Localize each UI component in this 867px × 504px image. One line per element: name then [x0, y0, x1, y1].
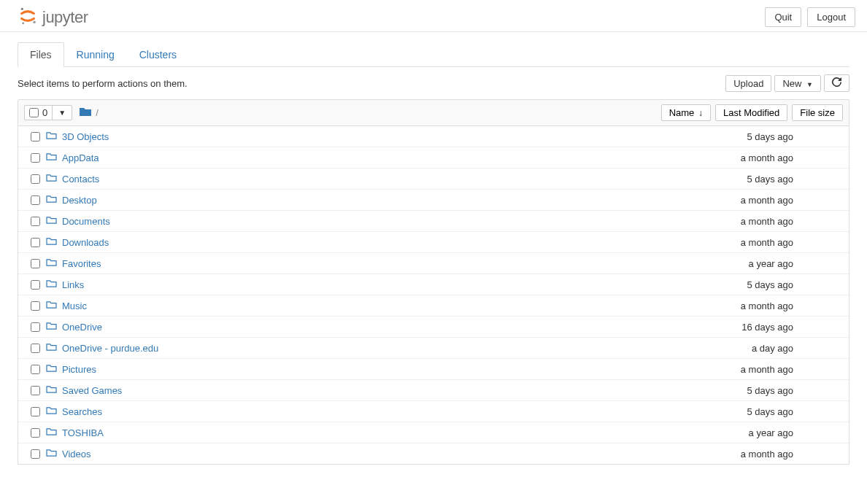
folder-icon [46, 152, 62, 163]
row-checkbox[interactable] [31, 132, 40, 141]
row-modified: 5 days ago [668, 279, 799, 290]
select-all-checkbox[interactable] [29, 108, 39, 117]
row-checkbox-cell [24, 386, 46, 395]
select-dropdown[interactable]: ▼ [53, 107, 72, 118]
row-modified: a month ago [668, 216, 799, 227]
row-name[interactable]: OneDrive - purdue.edu [62, 343, 668, 354]
header-buttons: Quit Logout [765, 7, 855, 27]
row-modified: a year ago [668, 427, 799, 438]
row-checkbox-cell [24, 153, 46, 163]
row-checkbox[interactable] [31, 344, 40, 353]
row-checkbox-cell [24, 174, 46, 184]
file-row: Favoritesa year ago [18, 253, 849, 274]
row-checkbox[interactable] [31, 280, 40, 290]
folder-icon [46, 131, 62, 142]
folder-icon [46, 448, 62, 460]
folder-icon [46, 257, 62, 269]
folder-icon [46, 406, 62, 417]
folder-icon [46, 427, 62, 438]
select-count: 0 [42, 107, 47, 118]
row-name[interactable]: Searches [62, 406, 668, 417]
new-button-label: New [782, 78, 801, 89]
file-row: OneDrive16 days ago [18, 317, 849, 338]
row-modified: a month ago [668, 364, 799, 375]
row-modified: 5 days ago [668, 174, 799, 185]
row-modified: a month ago [668, 301, 799, 311]
row-name[interactable]: 3D Objects [62, 131, 668, 142]
folder-icon [46, 279, 62, 290]
folder-icon [46, 321, 62, 333]
row-name[interactable]: TOSHIBA [62, 427, 668, 438]
row-checkbox[interactable] [31, 153, 40, 163]
row-name[interactable]: Downloads [62, 237, 668, 248]
row-checkbox[interactable] [31, 195, 40, 205]
row-checkbox[interactable] [31, 428, 40, 438]
row-checkbox-cell [24, 428, 46, 438]
row-name[interactable]: Videos [62, 449, 668, 460]
row-modified: a month ago [668, 195, 799, 206]
row-checkbox-cell [24, 344, 46, 353]
row-name[interactable]: Links [62, 279, 668, 290]
row-checkbox[interactable] [31, 238, 40, 247]
row-modified: a year ago [668, 258, 799, 269]
row-name[interactable]: Desktop [62, 195, 668, 206]
row-checkbox[interactable] [31, 449, 40, 459]
row-name[interactable]: Saved Games [62, 385, 668, 396]
file-row: Saved Games5 days ago [18, 380, 849, 401]
logout-button[interactable]: Logout [807, 7, 855, 27]
new-button[interactable]: New ▼ [774, 75, 821, 92]
row-checkbox-cell [24, 449, 46, 459]
row-name[interactable]: Favorites [62, 258, 668, 269]
column-name-button[interactable]: Name ↓ [661, 104, 711, 121]
list-header: 0 ▼ / Name ↓ Last Modified File size [18, 99, 849, 126]
refresh-icon [832, 77, 841, 89]
folder-icon [46, 173, 62, 185]
column-modified-button[interactable]: Last Modified [715, 104, 787, 121]
quit-button[interactable]: Quit [765, 7, 801, 27]
tab-clusters[interactable]: Clusters [127, 42, 189, 67]
row-checkbox[interactable] [31, 217, 40, 226]
row-checkbox[interactable] [31, 386, 40, 395]
column-name-label: Name [669, 107, 695, 118]
row-modified: 5 days ago [668, 385, 799, 396]
folder-root-icon[interactable] [80, 106, 91, 119]
jupyter-logo[interactable]: jupyter [18, 6, 88, 28]
row-checkbox-cell [24, 259, 46, 268]
row-checkbox[interactable] [31, 365, 40, 374]
svg-point-0 [21, 8, 23, 10]
row-checkbox[interactable] [31, 174, 40, 184]
caret-down-icon: ▼ [806, 81, 813, 88]
row-checkbox-cell [24, 322, 46, 332]
row-checkbox-cell [24, 301, 46, 311]
folder-icon [46, 215, 62, 227]
row-name[interactable]: Music [62, 301, 668, 311]
row-checkbox-cell [24, 217, 46, 226]
row-name[interactable]: Pictures [62, 364, 668, 375]
file-row: 3D Objects5 days ago [18, 126, 849, 147]
row-modified: a month ago [668, 449, 799, 460]
row-name[interactable]: OneDrive [62, 322, 668, 333]
select-all-group[interactable]: 0 [25, 106, 53, 120]
tab-running[interactable]: Running [64, 42, 127, 67]
row-checkbox[interactable] [31, 259, 40, 268]
tab-files[interactable]: Files [18, 42, 64, 67]
file-row: Searches5 days ago [18, 401, 849, 422]
jupyter-logo-icon [18, 6, 38, 28]
upload-button[interactable]: Upload [725, 75, 771, 92]
file-row: AppDataa month ago [18, 147, 849, 168]
file-row: OneDrive - purdue.edua day ago [18, 338, 849, 359]
column-size-button[interactable]: File size [792, 104, 843, 121]
row-modified: 5 days ago [668, 406, 799, 417]
row-checkbox[interactable] [31, 301, 40, 311]
refresh-button[interactable] [824, 74, 849, 92]
row-name[interactable]: Documents [62, 216, 668, 227]
file-row: TOSHIBAa year ago [18, 422, 849, 443]
svg-point-1 [33, 21, 36, 24]
row-checkbox[interactable] [31, 407, 40, 416]
row-checkbox[interactable] [31, 322, 40, 332]
row-modified: 5 days ago [668, 131, 799, 142]
file-row: Documentsa month ago [18, 211, 849, 232]
select-controls: 0 ▼ [24, 105, 72, 120]
row-name[interactable]: AppData [62, 152, 668, 163]
row-name[interactable]: Contacts [62, 174, 668, 185]
